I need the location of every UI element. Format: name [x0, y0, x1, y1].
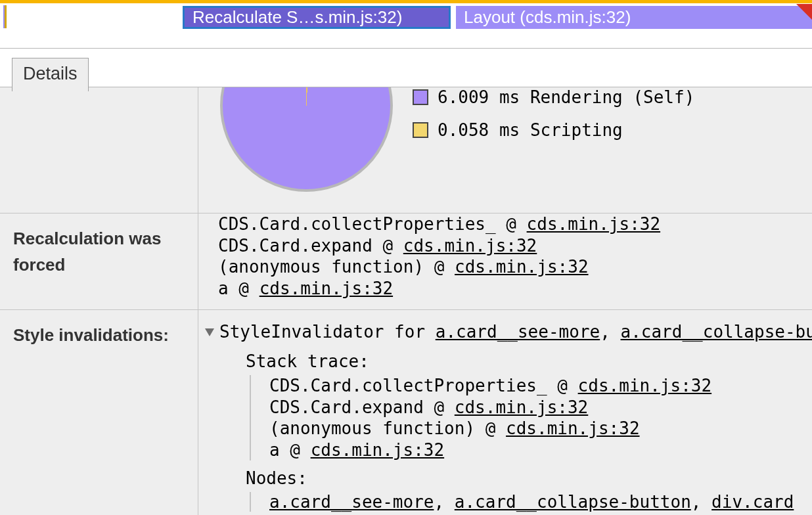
section-label-forced: Recalculation was forced — [0, 213, 198, 309]
stack-trace-heading: Stack trace: — [246, 351, 812, 371]
nodes-heading: Nodes: — [246, 468, 812, 488]
flame-highlight-bar — [0, 0, 812, 3]
forced-stack-trace: CDS.Card.collectProperties_ @ cds.min.js… — [198, 213, 812, 309]
stack-frame: CDS.Card.expand @ cds.min.js:32 — [218, 235, 812, 257]
flame-entry-layout[interactable]: Layout (cds.min.js:32) — [456, 6, 812, 29]
source-link[interactable]: cds.min.js:32 — [455, 257, 589, 277]
source-link[interactable]: cds.min.js:32 — [311, 440, 445, 460]
stack-frame: CDS.Card.collectProperties_ @ cds.min.js… — [269, 375, 812, 397]
time-breakdown-pie[interactable] — [220, 87, 393, 196]
expand-arrow-icon[interactable] — [205, 328, 214, 336]
legend-swatch — [413, 89, 428, 105]
node-link[interactable]: a.card__see-more — [436, 322, 600, 342]
flame-warning-marker — [796, 4, 812, 20]
flame-entry-label: Layout (cds.min.js:32) — [464, 7, 631, 28]
legend-text: 0.058 ms Scripting — [438, 120, 623, 140]
section-label-invalidations: Style invalidations: — [0, 310, 198, 515]
flame-chart-strip[interactable]: Recalculate S…s.min.js:32) Layout (cds.m… — [0, 0, 812, 49]
source-link[interactable]: cds.min.js:32 — [259, 279, 394, 298]
pie-legend: 6.009 ms Rendering (Self) 0.058 ms Scrip… — [393, 87, 694, 153]
flame-entry-label: Recalculate S…s.min.js:32) — [192, 7, 402, 28]
invalidator-row[interactable]: StyleInvalidator for a.card__see-more, a… — [205, 321, 812, 344]
divider — [0, 48, 812, 49]
source-link[interactable]: cds.min.js:32 — [506, 418, 640, 438]
invalidator-nodes-list: a.card__see-more, a.card__collapse-butto… — [250, 492, 812, 512]
source-link[interactable]: cds.min.js:32 — [578, 376, 712, 395]
section-label-aggregated — [0, 87, 198, 213]
stack-frame: (anonymous function) @ cds.min.js:32 — [218, 256, 812, 278]
source-link[interactable]: cds.min.js:32 — [455, 397, 589, 417]
node-link[interactable]: a.card__see-more — [269, 492, 434, 512]
node-link[interactable]: a.card__collapse-button — [455, 492, 691, 512]
invalidations-tree: StyleInvalidator for a.card__see-more, a… — [198, 310, 812, 515]
details-tabs: Details — [0, 49, 812, 87]
legend-swatch — [413, 122, 428, 138]
legend-text: 6.009 ms Rendering (Self) — [438, 87, 694, 107]
stack-frame: a @ cds.min.js:32 — [218, 278, 812, 300]
legend-item-rendering[interactable]: 6.009 ms Rendering (Self) — [413, 87, 694, 107]
source-link[interactable]: cds.min.js:32 — [527, 214, 661, 234]
flame-entry-sliver[interactable] — [3, 5, 7, 28]
legend-item-scripting[interactable]: 0.058 ms Scripting — [413, 120, 694, 140]
node-link[interactable]: a.card__collapse-but — [621, 322, 813, 342]
stack-frame: CDS.Card.collectProperties_ @ cds.min.js… — [218, 213, 812, 235]
details-panel: 6.009 ms Rendering (Self) 0.058 ms Scrip… — [0, 87, 812, 515]
node-link[interactable]: div.card — [711, 492, 794, 512]
tab-details[interactable]: Details — [12, 58, 89, 91]
tab-label: Details — [23, 64, 78, 83]
source-link[interactable]: cds.min.js:32 — [403, 236, 537, 256]
stack-frame: (anonymous function) @ cds.min.js:32 — [269, 418, 812, 439]
stack-frame: CDS.Card.expand @ cds.min.js:32 — [269, 397, 812, 418]
stack-frame: a @ cds.min.js:32 — [269, 439, 812, 461]
invalidator-stack-trace: CDS.Card.collectProperties_ @ cds.min.js… — [250, 375, 812, 460]
flame-entry-recalculate-style[interactable]: Recalculate S…s.min.js:32) — [183, 6, 451, 29]
